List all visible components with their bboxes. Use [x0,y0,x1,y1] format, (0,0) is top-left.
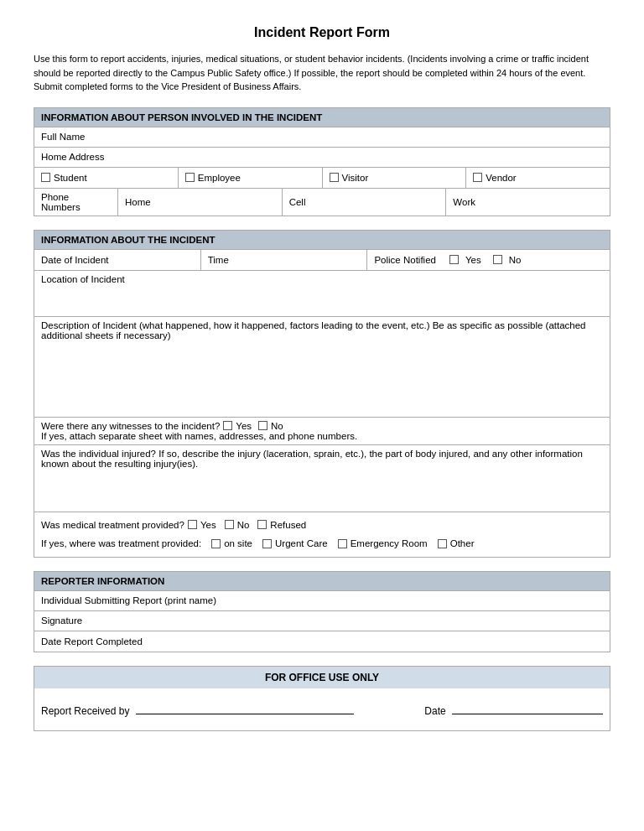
submitter-label: Individual Submitting Report (print name… [41,595,216,605]
home-address-label: Home Address [41,152,104,162]
medical-other-label: Other [450,535,475,553]
section1-header: INFORMATION ABOUT PERSON INVOLVED IN THE… [34,108,610,127]
person-type-row: Student Employee Visitor Vendor [34,168,610,189]
medical-emergency-label: Emergency Room [351,535,428,553]
medical-no-label: No [237,517,250,534]
phone-row: Phone Numbers Home Cell Work [34,189,610,216]
police-notified-cell: Police Notified Yes No [367,250,610,270]
intro-text: Use this form to report accidents, injur… [34,52,610,94]
medical-emergency-checkbox[interactable] [338,539,347,548]
witnesses-row: Were there any witnesses to the incident… [34,418,610,445]
date-completed-row: Date Report Completed [34,631,610,652]
witnesses-no-checkbox[interactable] [258,421,267,430]
phone-work-cell: Work [446,189,610,216]
vendor-label: Vendor [486,173,516,183]
medical-onsite-checkbox[interactable] [211,539,221,548]
date-time-police-row: Date of Incident Time Police Notified Ye… [34,250,610,271]
visitor-cell: Visitor [323,168,467,188]
office-section: FOR OFFICE USE ONLY Report Received by D… [34,666,610,731]
section-person-info: INFORMATION ABOUT PERSON INVOLVED IN THE… [34,107,610,216]
injury-row: Was the individual injured? If so, descr… [34,445,610,512]
office-header: FOR OFFICE USE ONLY [34,667,610,688]
medical-no-checkbox[interactable] [225,520,234,529]
employee-cell: Employee [179,168,323,188]
vendor-checkbox[interactable] [473,173,482,182]
phone-cell-label: Cell [289,197,306,207]
full-name-label: Full Name [41,132,85,142]
medical-refused-label: Refused [270,517,306,534]
phone-work-label: Work [453,197,475,207]
medical-row: Was medical treatment provided? Yes No R… [34,512,610,557]
signature-label: Signature [41,615,82,626]
medical-urgent-checkbox[interactable] [262,539,272,548]
section3-header: REPORTER INFORMATION [34,572,610,591]
police-yes-checkbox[interactable] [449,255,459,264]
medical-onsite-label: on site [224,535,252,553]
phone-numbers-label: Phone Numbers [41,192,111,212]
submitter-row: Individual Submitting Report (print name… [34,591,610,611]
full-name-row: Full Name [34,127,610,148]
police-yes-label: Yes [465,255,481,265]
student-label: Student [54,173,87,183]
witnesses-attach-label: If yes, attach separate sheet with names… [41,431,357,441]
office-date-underline [452,703,603,714]
office-date-field: Date [424,703,603,717]
student-checkbox[interactable] [41,173,50,182]
received-by-label: Report Received by [41,705,129,717]
date-completed-label: Date Report Completed [41,636,143,647]
employee-label: Employee [198,173,241,183]
employee-checkbox[interactable] [185,173,195,182]
injury-label: Was the individual injured? If so, descr… [41,449,603,469]
medical-urgent-label: Urgent Care [275,535,328,553]
witnesses-yes-checkbox[interactable] [223,421,232,430]
location-row: Location of Incident [34,271,610,317]
date-of-incident-label: Date of Incident [41,255,109,265]
witnesses-no-label: No [271,421,283,431]
witnesses-line2: If yes, attach separate sheet with names… [41,431,603,441]
phone-cell-cell: Cell [283,189,447,216]
location-label: Location of Incident [41,274,125,284]
date-of-incident-cell: Date of Incident [34,250,201,270]
student-cell: Student [34,168,179,188]
visitor-checkbox[interactable] [330,173,339,182]
police-no-checkbox[interactable] [493,255,502,264]
received-by-underline [136,703,354,714]
phone-numbers-label-cell: Phone Numbers [34,189,118,216]
time-cell: Time [201,250,368,270]
visitor-label: Visitor [342,173,369,183]
medical-line2: If yes, where was treatment provided: on… [41,535,603,553]
phone-home-label: Home [125,197,151,207]
page-title: Incident Report Form [34,25,610,40]
description-label: Description of Incident (what happened, … [41,320,603,340]
time-label: Time [208,255,229,265]
medical-other-checkbox[interactable] [438,539,447,548]
witnesses-yes-label: Yes [236,421,252,431]
office-date-label: Date [424,705,445,717]
home-address-row: Home Address [34,148,610,168]
medical-yes-checkbox[interactable] [188,520,197,529]
received-by-field: Report Received by [41,703,354,717]
section-reporter-info: REPORTER INFORMATION Individual Submitti… [34,571,610,652]
police-no-label: No [509,255,522,265]
section-incident-info: INFORMATION ABOUT THE INCIDENT Date of I… [34,230,610,558]
description-row: Description of Incident (what happened, … [34,317,610,418]
office-body: Report Received by Date [34,688,610,730]
section2-header: INFORMATION ABOUT THE INCIDENT [34,231,610,250]
police-notified-label: Police Notified [374,255,436,265]
phone-home-cell: Home [118,189,283,216]
medical-question-label: Was medical treatment provided? [41,517,184,534]
witnesses-question-label: Were there any witnesses to the incident… [41,421,220,431]
medical-where-label: If yes, where was treatment provided: [41,535,201,553]
vendor-cell: Vendor [466,168,610,188]
medical-refused-checkbox[interactable] [257,520,267,529]
medical-line1: Was medical treatment provided? Yes No R… [41,517,603,534]
signature-row: Signature [34,611,610,631]
medical-yes-label: Yes [200,517,216,534]
witnesses-line1: Were there any witnesses to the incident… [41,421,603,431]
